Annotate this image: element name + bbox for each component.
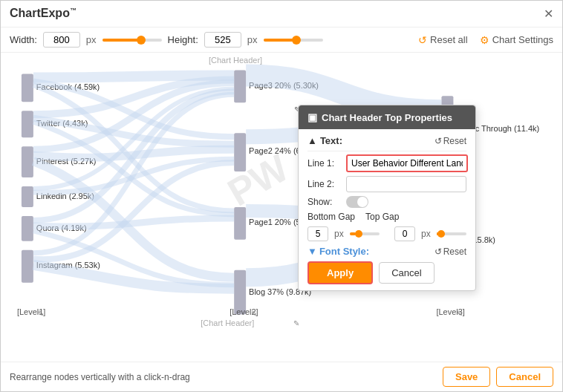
text-reset-button[interactable]: ↺ Reset [435,136,466,146]
popup-header: ▣ Chart Header Top Properties [299,105,475,129]
node-twitter [22,111,33,137]
gap-row: Bottom Gap Top Gap [307,212,466,222]
main-window: ChartExpo™ ✕ Width: px Height: px ↺ Rese… [0,0,563,392]
svg-text:[Chart Header]: [Chart Header] [201,318,254,327]
bottom-bar: Rearrange nodes vertically with a click-… [1,362,562,391]
width-input[interactable] [43,32,80,48]
popup-cancel-button[interactable]: Cancel [379,262,434,284]
bottom-gap-slider[interactable] [350,232,380,235]
font-section-header: ▼ Font Style: ↺ Reset [307,246,466,257]
bottom-gap-label: Bottom Gap [307,212,359,222]
popup-panel: ▣ Chart Header Top Properties ▲ Text: ↺ … [298,105,476,291]
toolbar-right: ↺ Reset all ⚙ Chart Settings [418,34,553,46]
chart-settings-button[interactable]: ⚙ Chart Settings [480,34,553,46]
height-px: px [247,34,258,45]
width-label: Width: [10,34,37,45]
svg-text:✎: ✎ [293,319,299,327]
reset-icon: ↺ [418,34,427,46]
gap-values-row: px px [307,226,466,241]
height-input[interactable] [204,32,241,48]
divider-1 [307,151,466,151]
top-gap-input[interactable] [394,226,415,241]
height-label: Height: [168,34,198,45]
font-reset-button[interactable]: ↺ Reset [435,246,466,257]
sankey-chart: Facebook (4.59k) Twitter (4.43k) Pintere… [1,53,562,332]
apply-button[interactable]: Apply [307,261,373,284]
svg-text:✎: ✎ [251,310,257,318]
popup-body: ▲ Text: ↺ Reset Line 1: Line 2: [299,129,475,290]
show-label: Show: [307,197,343,207]
bottom-buttons: Save Cancel [443,367,553,387]
toggle-thumb [357,197,368,207]
node-quora [22,216,33,241]
toolbar: Width: px Height: px ↺ Reset all ⚙ C [1,27,562,53]
svg-text:PW: PW [221,146,296,214]
popup-header-icon: ▣ [307,111,317,123]
bottom-gap-px: px [334,229,344,239]
line1-label: Line 1: [307,158,343,169]
cancel-button[interactable]: Cancel [496,367,553,387]
bottom-gap-input[interactable] [307,226,328,241]
content-area: [Chart Header] Facebook (4.59k) Twitter … [1,53,562,362]
svg-text:✎: ✎ [38,310,44,318]
show-toggle[interactable] [346,196,368,208]
line2-input[interactable] [346,176,466,192]
bottom-hint: Rearrange nodes vertically with a click-… [10,372,190,382]
top-gap-px: px [421,229,431,239]
height-slider[interactable] [264,39,323,42]
line1-row: Line 1: [307,154,466,172]
line2-label: Line 2: [307,179,343,189]
width-slider[interactable] [102,39,162,42]
line2-row: Line 2: [307,176,466,192]
settings-icon: ⚙ [480,34,489,46]
svg-text:✎: ✎ [457,310,463,318]
top-gap-slider[interactable] [437,232,466,235]
node-linkedin [22,186,33,207]
node-instagram [22,250,33,283]
close-button[interactable]: ✕ [544,7,553,21]
popup-actions: Apply Cancel [307,261,466,284]
app-title: ChartExpo™ [10,7,77,20]
width-px: px [86,34,97,45]
node-facebook [22,74,33,102]
title-bar: ChartExpo™ ✕ [1,1,562,27]
text-section-header: ▲ Text: ↺ Reset [307,135,466,146]
node-page3 [234,70,246,102]
popup-title: Chart Header Top Properties [322,112,452,123]
top-gap-label: Top Gap [365,212,417,222]
chart-area: [Chart Header] Facebook (4.59k) Twitter … [1,53,562,332]
show-row: Show: [307,196,466,208]
line1-input[interactable] [346,154,468,172]
font-section-title[interactable]: ▼ Font Style: [307,246,369,257]
save-button[interactable]: Save [443,367,490,387]
reset-all-button[interactable]: ↺ Reset all [418,34,468,46]
node-pinterest [22,146,33,177]
text-section-title: ▲ Text: [307,135,342,146]
